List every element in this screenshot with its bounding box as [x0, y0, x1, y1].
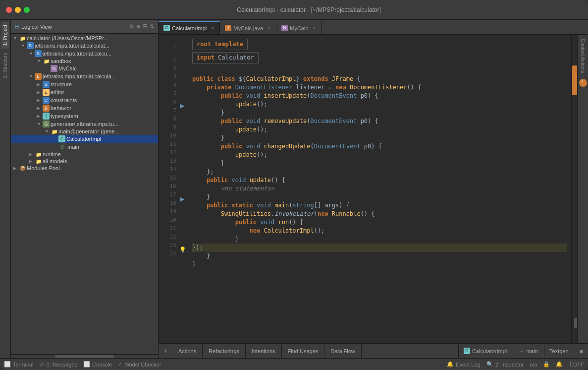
- bottom-tab-intentions[interactable]: Intentions: [246, 345, 282, 358]
- tree-item-main[interactable]: ⊕ main: [11, 143, 158, 151]
- tree-item-generator[interactable]: ▼ G generator/jetbrains.mps.tu...: [11, 120, 158, 128]
- tree-item-constraints[interactable]: ▶ C constraints: [11, 96, 158, 104]
- tree-item-runtime[interactable]: ▶ 📁 runtime: [11, 151, 158, 158]
- tab-close-mycalc-java[interactable]: ✕: [267, 25, 271, 31]
- line-numbers: 0 12345 678910 1112131415 1617181920 212…: [159, 35, 178, 343]
- add-tab-button[interactable]: +: [159, 347, 172, 356]
- tree-item-calculator[interactable]: ▼ 📁 calculator (/Users/Oscar/MPSPr...: [11, 35, 158, 42]
- code-editor: 0 12345 678910 1112131415 1617181920 212…: [159, 35, 588, 343]
- header-icon-sort[interactable]: ⇅: [150, 23, 154, 30]
- traffic-lights: [6, 7, 30, 13]
- gutter: ▶ ▶ 💡: [178, 35, 190, 343]
- tab-close-calculatorimpl[interactable]: ✕: [211, 25, 214, 31]
- inspector-icon: 🔍: [486, 361, 493, 368]
- context-info-icon[interactable]: !: [579, 79, 587, 87]
- bottom-file-main-label: main: [526, 348, 538, 354]
- status-console[interactable]: ⬜ Console: [83, 361, 112, 368]
- bottom-file-textgen[interactable]: Textgen: [544, 345, 574, 358]
- titlebar: CalculatorImpl - calculator - [~/MPSProj…: [0, 0, 588, 20]
- lock-icon: 🔒: [543, 361, 550, 368]
- bottom-file-menu-icon: ≡: [580, 348, 583, 354]
- tree-item-behavior[interactable]: ▶ B behavior: [11, 104, 158, 112]
- status-messages[interactable]: ⚠ 0: Messages: [40, 361, 77, 368]
- tab-calculatorimpl[interactable]: C CalculatorImpl ✕: [159, 21, 220, 34]
- status-terminal[interactable]: ⬜ Terminal: [4, 361, 34, 368]
- status-event-log[interactable]: 🔔 Event Log: [447, 361, 481, 368]
- context-actions-label: Context Actions: [579, 35, 587, 77]
- status-lock[interactable]: 🔒: [543, 361, 550, 368]
- sidebar-tab-project[interactable]: 1: Project: [1, 22, 9, 49]
- tree-item-main-generator[interactable]: ▼ 📁 main@generator (gene...: [11, 128, 158, 135]
- terminal-icon: ⬜: [4, 361, 11, 368]
- tab-close-mycalc[interactable]: ✕: [312, 25, 316, 31]
- tree-item-structure[interactable]: ▶ S structure: [11, 80, 158, 88]
- status-inspector[interactable]: 🔍 2: Inspector: [486, 361, 524, 368]
- bottom-tab-data-flow[interactable]: Data Flow: [324, 345, 362, 358]
- bottom-file-textgen-label: Textgen: [549, 348, 569, 354]
- status-notification[interactable]: 🔔: [556, 361, 563, 368]
- bottom-tabs: + Actions Refactorings Intentions Find U…: [159, 343, 588, 358]
- editor-area: C CalculatorImpl ✕ J MyCalc.java ✕ N MyC…: [159, 20, 588, 358]
- code-content[interactable]: root template input Calculator public cl…: [190, 35, 571, 343]
- bottom-file-menu[interactable]: ≡: [575, 345, 588, 358]
- tree-item-jetbrains-3[interactable]: ▼ L jetbrains.mps.tutorial.calcula...: [11, 72, 158, 80]
- main-layout: 1: Project 2: Structure ⊞ Logical View ⚙…: [0, 20, 588, 358]
- tab-bar: C CalculatorImpl ✕ J MyCalc.java ✕ N MyC…: [159, 20, 588, 35]
- console-icon: ⬜: [83, 361, 90, 368]
- position-label: n/a: [530, 362, 537, 368]
- scrollbar[interactable]: [571, 35, 577, 343]
- model-checker-label: Model Checker: [124, 362, 161, 368]
- terminal-label: Terminal: [13, 362, 34, 368]
- sidebar-panel: 1: Project 2: Structure ⊞ Logical View ⚙…: [0, 20, 159, 358]
- close-button[interactable]: [6, 7, 12, 13]
- status-right: 🔔 Event Log 🔍 2: Inspector n/a 🔒 🔔 T:OFF: [447, 361, 584, 368]
- messages-icon: ⚠: [40, 361, 45, 368]
- maximize-button[interactable]: [24, 7, 30, 13]
- status-t-off[interactable]: T:OFF: [569, 361, 584, 368]
- tree-item-editor[interactable]: ▶ E editor: [11, 88, 158, 96]
- event-log-icon: 🔔: [447, 361, 454, 368]
- scroll-marker: [572, 65, 577, 95]
- tree-item-jetbrains-1[interactable]: ▼ S jetbrains.mps.tutorial.calculat...: [11, 42, 158, 50]
- tree-item-modules-pool[interactable]: ▶ 📦 Modules Pool: [11, 165, 158, 172]
- scroll-thumb: [574, 318, 577, 328]
- tree-item-typesystem[interactable]: ▶ T typesystem: [11, 112, 158, 120]
- header-icon-gear[interactable]: ⚙: [129, 23, 134, 30]
- sidebar-tab-strip: 1: Project 2: Structure: [0, 20, 11, 358]
- status-bar: ⬜ Terminal ⚠ 0: Messages ⬜ Console ✓ Mod…: [0, 358, 588, 370]
- bottom-tab-refactorings[interactable]: Refactorings: [203, 345, 246, 358]
- project-header: ⊞ Logical View ⚙ ⊕ ☰ ⇅: [11, 20, 158, 34]
- bottom-tab-find-usages[interactable]: Find Usages: [282, 345, 325, 358]
- logical-view-label[interactable]: Logical View: [21, 24, 127, 30]
- tree-content: ▼ 📁 calculator (/Users/Oscar/MPSPr... ▼ …: [11, 34, 158, 354]
- inspector-label: 2: Inspector: [495, 362, 524, 368]
- console-label: Console: [92, 362, 112, 368]
- tree-item-mycalc[interactable]: N MyCalc: [11, 64, 158, 72]
- bottom-file-main[interactable]: → main: [513, 345, 543, 358]
- tree-item-jetbrains-2[interactable]: ▼ S jetbrains.mps.tutorial.calcu...: [11, 50, 158, 58]
- tab-mycalc[interactable]: N MyCalc ✕: [276, 21, 321, 34]
- tab-label-mycalc-java: MyCalc.java: [233, 25, 263, 31]
- tab-label-calculatorimpl: CalculatorImpl: [172, 25, 207, 31]
- window-title: CalculatorImpl - calculator - [~/MPSProj…: [36, 6, 582, 13]
- sidebar-tab-structure[interactable]: 2: Structure: [1, 50, 9, 81]
- main-window: CalculatorImpl - calculator - [~/MPSProj…: [0, 0, 588, 370]
- tab-label-mycalc: MyCalc: [290, 25, 308, 31]
- event-log-label: Event Log: [456, 362, 481, 368]
- tree-item-sandbox[interactable]: ▼ 📁 sandbox: [11, 58, 158, 64]
- context-actions-panel: Context Actions !: [577, 35, 588, 343]
- status-position: n/a: [530, 361, 537, 368]
- model-checker-icon: ✓: [118, 361, 122, 368]
- status-model-checker[interactable]: ✓ Model Checker: [118, 361, 161, 368]
- header-icon-add[interactable]: ⊕: [136, 23, 141, 30]
- tree-item-calculatorimpl[interactable]: C CalculatorImpl: [11, 135, 158, 143]
- bottom-file-calculatorimpl[interactable]: C CalculatorImpl: [458, 345, 512, 358]
- bottom-tab-actions[interactable]: Actions: [172, 345, 203, 358]
- bottom-right-tabs: C CalculatorImpl → main Textgen ≡: [458, 345, 588, 358]
- bottom-file-calculatorimpl-label: CalculatorImpl: [472, 348, 507, 354]
- notification-icon: 🔔: [556, 361, 563, 368]
- tab-mycalc-java[interactable]: J MyCalc.java ✕: [220, 21, 276, 34]
- header-icon-menu[interactable]: ☰: [143, 23, 148, 30]
- tree-item-allmodels[interactable]: ▶ 📁 all models: [11, 158, 158, 165]
- minimize-button[interactable]: [15, 7, 21, 13]
